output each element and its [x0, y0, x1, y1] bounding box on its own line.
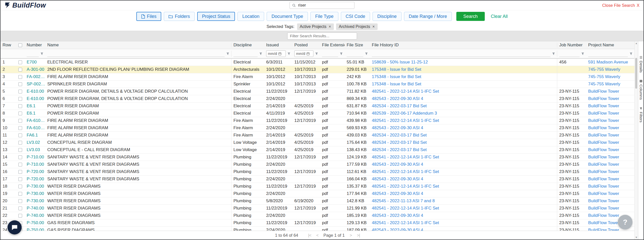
tag-chip-active-projects[interactable]: Active Projects× — [297, 23, 334, 30]
row-checkbox[interactable] — [18, 177, 22, 181]
project-name-link[interactable]: BuildFlow Tower — [588, 162, 619, 167]
filter-input-job-number[interactable] — [559, 51, 580, 57]
file-history-link[interactable]: 482543 - 2022-09-30 ASI 4 — [372, 228, 423, 231]
row-checkbox[interactable] — [18, 148, 22, 152]
project-name-link[interactable]: BuildFlow Tower — [588, 118, 619, 123]
file-history-link[interactable]: 482541 - 2022-12-14 ASI 1-IFC Set — [372, 206, 439, 211]
project-name-link[interactable]: BuildFlow Tower — [588, 125, 619, 130]
file-number-link[interactable]: LV3.03 — [27, 147, 40, 152]
filter-results-input[interactable] — [287, 32, 357, 40]
file-history-link[interactable]: 482534 - 2022-03-17 Bid Set — [372, 147, 427, 152]
file-number-link[interactable]: E700 — [27, 60, 37, 65]
project-name-link[interactable]: 591 Madison Avenue — [588, 60, 628, 65]
project-name-link[interactable]: BuildFlow Tower — [588, 140, 619, 145]
clear-all-link[interactable]: Clear All — [491, 14, 508, 19]
side-tab-filters[interactable]: Filters — [639, 107, 643, 122]
file-history-link[interactable]: 482541 - 2022-12-14 ASI 1-IFC Set — [372, 89, 439, 94]
file-number-link[interactable]: FA6.1 — [27, 133, 38, 138]
file-number-link[interactable]: P-730.00 — [27, 198, 44, 203]
next-page-button[interactable]: > — [350, 233, 352, 238]
file-history-link[interactable]: 158639 - 50% Issue 11-25-12 — [372, 60, 428, 65]
filter-button-document-type[interactable]: Document Type — [267, 12, 308, 21]
row-checkbox[interactable] — [18, 82, 22, 86]
project-name-link[interactable]: BuildFlow Tower — [588, 228, 619, 231]
row-checkbox[interactable] — [18, 126, 22, 130]
scrollbar-thumb[interactable] — [635, 58, 637, 89]
file-history-link[interactable]: 482541 - 2022-12-14 ASI 1-IFC Set — [372, 169, 439, 174]
side-tab-details[interactable]: Details — [639, 56, 643, 73]
filter-input-name[interactable] — [47, 51, 225, 57]
row-checkbox[interactable] — [18, 75, 22, 79]
row-checkbox[interactable] — [18, 207, 22, 210]
filter-funnel-icon[interactable] — [552, 52, 555, 55]
file-history-link[interactable]: 482541 - 2022-12-14 ASI 1-IFC Set — [372, 220, 439, 225]
scroll-up-arrow[interactable]: ▲ — [635, 42, 638, 45]
file-history-link[interactable]: 482541 - 2022-12-14 ASI 1-IFC Set — [372, 155, 439, 160]
file-history-link[interactable]: 482534 - 2022-03-17 Bid Set — [372, 133, 427, 138]
file-history-link[interactable]: 175348 - Issue for Bid Set — [372, 67, 421, 72]
file-number-link[interactable]: P-730.00 — [27, 191, 44, 196]
file-number-link[interactable]: P-730.00 — [27, 184, 44, 189]
table-row[interactable]: 13LV3.03CONCEPTUAL E - CALL RISER DIAGRA… — [1, 146, 634, 154]
table-row[interactable]: 23P-750.00GAS RISER DIAGRAMSPlumbing11/2… — [1, 219, 634, 227]
filter-button-date-range-more[interactable]: Date Range / More — [404, 12, 452, 21]
side-tab-columns[interactable]: Columns — [639, 80, 643, 100]
project-name-link[interactable]: 745-755 Waverly — [588, 82, 620, 87]
file-number-link[interactable]: E-610.00 — [27, 96, 44, 101]
filter-input-number[interactable] — [27, 51, 39, 57]
project-name-link[interactable]: BuildFlow Tower — [588, 104, 619, 109]
filter-funnel-icon[interactable] — [340, 52, 343, 55]
project-name-link[interactable]: BuildFlow Tower — [588, 198, 619, 203]
filter-funnel-icon[interactable] — [287, 52, 291, 55]
file-number-link[interactable]: E6.1 — [27, 111, 35, 116]
project-name-link[interactable]: BuildFlow Tower — [588, 177, 619, 182]
file-number-link[interactable]: FA-610.00 — [27, 118, 45, 123]
file-history-link[interactable]: 175348 - Issue for Bid Set — [372, 74, 421, 79]
file-number-link[interactable]: A-301-00 — [27, 67, 44, 72]
issued-date-filter[interactable]: mm/d — [266, 50, 286, 57]
table-row[interactable]: 2A-301-002ND FLOOR REFLECTED CEILING PLA… — [1, 66, 634, 73]
table-row[interactable]: 5E-610.00POWER RISER DIAGRAM, DETAILS & … — [1, 88, 634, 95]
file-number-link[interactable]: P-740.00 — [27, 206, 44, 211]
filter-input-file-extension[interactable] — [322, 51, 338, 57]
row-checkbox[interactable] — [18, 185, 22, 188]
filter-button-csi-code[interactable]: CSI Code — [341, 12, 370, 21]
filter-button-files[interactable]: Files — [136, 12, 161, 21]
row-checkbox[interactable] — [18, 60, 22, 64]
tag-chip-archived-projects[interactable]: Archived Projects× — [336, 23, 378, 30]
project-name-link[interactable]: BuildFlow Tower — [588, 220, 619, 225]
search-button[interactable]: Search — [456, 12, 485, 21]
file-number-link[interactable]: P-750.00 — [27, 220, 44, 225]
global-search-input[interactable] — [298, 3, 352, 8]
table-row[interactable]: 6E-610.00POWER RISER DIAGRAM, DETAILS & … — [1, 95, 634, 102]
filter-button-location[interactable]: Location — [237, 12, 264, 21]
table-row[interactable]: 4SP-002-00SPRINKLER RISER DIAGRAMSprinkl… — [1, 81, 634, 88]
filter-input-file-size[interactable] — [347, 51, 363, 57]
table-row[interactable]: 11FA6.1FIRE ALARM RISER DIAGRAMFire Alar… — [1, 132, 634, 139]
file-number-link[interactable]: P-710.00 — [27, 155, 44, 160]
project-name-link[interactable]: BuildFlow Tower — [588, 213, 619, 218]
file-history-link[interactable]: 482543 - 2022-09-30 ASI 4 — [372, 125, 423, 130]
row-checkbox[interactable] — [18, 97, 22, 101]
row-checkbox[interactable] — [18, 68, 22, 72]
project-name-link[interactable]: BuildFlow Tower — [588, 133, 619, 138]
file-history-link[interactable]: 482541 - 2022-12-14 ASI 1-IFC Set — [372, 184, 439, 189]
table-row[interactable]: 18P-730.00WATER RISER DIAGRAMSPlumbing11… — [1, 183, 634, 190]
table-row[interactable]: 3FA-002-00FIRE ALARM RISER DIAGRAMFire A… — [1, 73, 634, 81]
file-number-link[interactable]: P-710.00 — [27, 162, 44, 167]
project-name-link[interactable]: BuildFlow Tower — [588, 89, 619, 94]
close-file-search-link[interactable]: Close File Search X — [602, 3, 639, 8]
row-checkbox[interactable] — [18, 104, 22, 108]
file-number-link[interactable]: E-610.00 — [27, 89, 44, 94]
row-checkbox[interactable] — [18, 90, 22, 93]
table-row[interactable]: 16P-720.00SANITARY WASTE & VENT RISER DI… — [1, 168, 634, 176]
table-row[interactable]: 21P-740.00WATER RISER DIAGRAMSPlumbing11… — [1, 205, 634, 212]
select-all-checkbox[interactable] — [18, 43, 22, 47]
project-name-link[interactable]: BuildFlow Tower — [588, 169, 619, 174]
file-history-link[interactable]: 482543 - 2022-09-30 ASI 4 — [372, 162, 423, 167]
project-name-link[interactable]: BuildFlow Tower — [588, 111, 619, 116]
project-name-link[interactable]: BuildFlow Tower — [588, 184, 619, 189]
file-number-link[interactable]: P-740.00 — [27, 213, 44, 218]
table-row[interactable]: 19P-730.00WATER RISER DIAGRAMSPlumbing2/… — [1, 190, 634, 197]
row-checkbox[interactable] — [18, 170, 22, 174]
